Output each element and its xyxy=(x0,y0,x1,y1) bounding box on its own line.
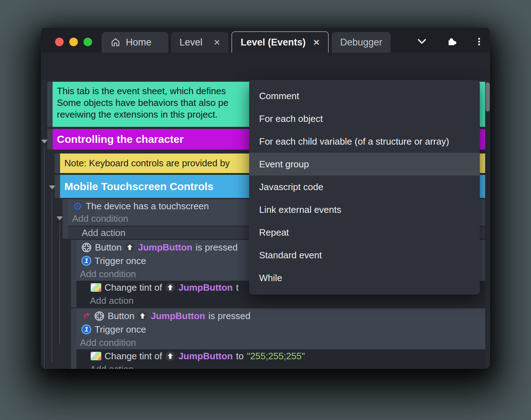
minimize-window-button[interactable] xyxy=(69,38,78,46)
close-tab-icon[interactable]: × xyxy=(313,37,320,48)
add-condition-link[interactable]: Add condition xyxy=(76,336,485,349)
menu-item-standard-event[interactable]: Standard event xyxy=(249,244,480,266)
maximize-window-button[interactable] xyxy=(84,38,92,46)
indent-guide xyxy=(52,192,52,362)
app-window: Home Level × Level (Events) × Debugger xyxy=(41,28,490,369)
menu-item-comment[interactable]: Comment xyxy=(249,85,480,107)
action-text: Change tint of xyxy=(104,351,162,362)
vertical-scrollbar[interactable] xyxy=(486,82,490,112)
condition-text: Trigger once xyxy=(95,324,146,335)
close-tab-icon[interactable]: × xyxy=(214,37,220,48)
menu-item-link-external-events[interactable]: Link external events xyxy=(249,198,480,221)
group-title: Mobile Touchscreen Controls xyxy=(64,181,214,193)
tint-icon xyxy=(91,352,101,360)
event-conditions[interactable]: Button JumpButton is pressed 1 Trigger o… xyxy=(76,308,485,349)
trigger-once-icon: 1 xyxy=(81,324,91,334)
object-name: JumpButton xyxy=(151,311,205,322)
menu-item-for-each-object[interactable]: For each object xyxy=(249,107,480,130)
event-jumpbutton-not-pressed: Button JumpButton is pressed 1 Trigger o… xyxy=(71,308,485,369)
object-name: JumpButton xyxy=(138,242,192,253)
toolbar xyxy=(41,53,490,80)
gamepad-icon xyxy=(94,311,104,321)
tab-level[interactable]: Level × xyxy=(171,32,229,53)
condition-text: is pressed xyxy=(208,311,251,322)
note-text: Note: Keyboard controls are provided by xyxy=(64,158,230,169)
tab-level-events[interactable]: Level (Events) × xyxy=(231,31,329,53)
gamepad-icon xyxy=(81,242,92,253)
event-actions[interactable]: Change tint of JumpButton to "255;255;25… xyxy=(76,349,485,369)
object-icon xyxy=(165,282,175,292)
indent-guide xyxy=(44,146,45,369)
indent-guide xyxy=(59,222,60,345)
inverted-condition-icon xyxy=(81,311,91,321)
close-window-button[interactable] xyxy=(55,38,64,46)
menu-item-javascript-code[interactable]: Javascript code xyxy=(249,176,480,198)
tab-label: Level (Events) xyxy=(241,37,306,48)
object-name: JumpButton xyxy=(178,351,233,362)
condition-text: Trigger once xyxy=(95,255,146,266)
object-icon xyxy=(138,311,148,321)
object-icon xyxy=(165,351,175,361)
action-text: t xyxy=(236,282,238,293)
condition-text: Button xyxy=(95,242,122,253)
condition-text: The device has a touchscreen xyxy=(86,201,209,212)
titlebar: Home Level × Level (Events) × Debugger xyxy=(41,28,490,53)
tab-debugger[interactable]: Debugger xyxy=(332,32,391,53)
menu-item-for-each-child-variable[interactable]: For each child variable (of a structure … xyxy=(249,130,480,153)
kebab-menu-icon[interactable] xyxy=(473,36,485,48)
chevron-down-icon[interactable] xyxy=(416,36,428,48)
menu-item-while[interactable]: While xyxy=(249,266,480,289)
home-icon xyxy=(110,37,121,48)
add-event-context-menu: Comment For each object For each child v… xyxy=(249,80,480,295)
condition-text: is pressed xyxy=(195,242,238,253)
condition-text: Button xyxy=(108,311,134,322)
addons-puzzle-icon[interactable] xyxy=(445,36,457,48)
add-action-link[interactable]: Add action xyxy=(76,294,485,307)
tab-home[interactable]: Home xyxy=(102,32,168,53)
action-value: "255;255;255" xyxy=(247,351,305,362)
group-title: Controlling the character xyxy=(57,133,184,145)
tab-label: Home xyxy=(126,37,151,48)
action-text: to xyxy=(236,351,244,362)
object-icon xyxy=(125,242,135,252)
object-name: JumpButton xyxy=(178,282,233,293)
action-text: Change tint of xyxy=(104,282,162,293)
tint-icon xyxy=(91,283,101,292)
collapse-event-icon[interactable] xyxy=(57,216,63,220)
add-action-link[interactable]: Add action xyxy=(76,363,485,369)
menu-item-event-group[interactable]: Event group xyxy=(249,153,480,176)
trigger-once-icon: 1 xyxy=(81,256,91,266)
collapse-group-icon[interactable] xyxy=(41,140,48,144)
tab-label: Level xyxy=(179,37,203,48)
tab-label: Debugger xyxy=(340,37,382,48)
touch-plugin-icon: ⚙ xyxy=(73,201,82,212)
menu-item-repeat[interactable]: Repeat xyxy=(249,221,480,244)
